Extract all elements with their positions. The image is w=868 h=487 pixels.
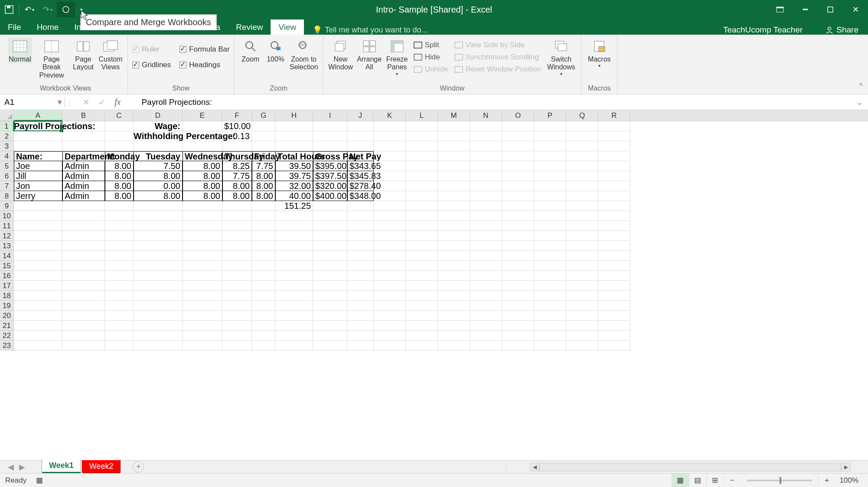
row-header[interactable]: 10 bbox=[0, 211, 14, 221]
zoom-slider[interactable] bbox=[747, 480, 812, 481]
cell[interactable] bbox=[62, 301, 105, 311]
cell[interactable] bbox=[347, 331, 374, 341]
cell[interactable] bbox=[406, 231, 438, 241]
cell[interactable] bbox=[105, 341, 134, 351]
cell[interactable] bbox=[438, 281, 470, 291]
column-header[interactable]: Q bbox=[566, 110, 598, 121]
spreadsheet-grid[interactable]: ABCDEFGHIJKLMNOPQR 1Payroll Projections:… bbox=[0, 110, 868, 351]
cell[interactable] bbox=[134, 281, 183, 291]
cell[interactable] bbox=[598, 321, 630, 331]
cell[interactable] bbox=[252, 131, 275, 141]
cell[interactable] bbox=[438, 341, 470, 351]
cell[interactable]: 0.00 bbox=[134, 181, 183, 191]
cell[interactable] bbox=[14, 281, 62, 291]
cell[interactable] bbox=[566, 171, 598, 181]
cell[interactable] bbox=[275, 291, 313, 301]
cell[interactable] bbox=[252, 281, 275, 291]
cell[interactable] bbox=[105, 251, 134, 261]
cell[interactable] bbox=[105, 141, 134, 151]
cell[interactable] bbox=[502, 151, 534, 161]
cell[interactable] bbox=[14, 221, 62, 231]
cell[interactable] bbox=[313, 251, 347, 261]
row-header[interactable]: 12 bbox=[0, 231, 14, 241]
row-header[interactable]: 22 bbox=[0, 331, 14, 341]
cell[interactable] bbox=[222, 281, 252, 291]
cell[interactable] bbox=[374, 141, 406, 151]
cell[interactable] bbox=[502, 271, 534, 281]
cell[interactable] bbox=[14, 141, 62, 151]
cell[interactable] bbox=[534, 231, 566, 241]
cell[interactable] bbox=[470, 151, 502, 161]
close-icon[interactable]: ✕ bbox=[843, 0, 868, 19]
gridlines-checkbox[interactable]: Gridlines bbox=[132, 59, 171, 71]
cell[interactable] bbox=[502, 231, 534, 241]
cell[interactable]: 39.50 bbox=[275, 161, 313, 171]
column-header[interactable]: C bbox=[105, 110, 134, 121]
column-header[interactable]: F bbox=[222, 110, 252, 121]
cell[interactable] bbox=[502, 171, 534, 181]
cell[interactable]: 8.00 bbox=[105, 161, 134, 171]
cell[interactable]: $343.65 bbox=[347, 161, 374, 171]
cell[interactable] bbox=[438, 161, 470, 171]
cell[interactable] bbox=[62, 141, 105, 151]
column-header[interactable]: L bbox=[406, 110, 438, 121]
cell[interactable] bbox=[598, 311, 630, 321]
cell[interactable] bbox=[502, 341, 534, 351]
cell[interactable] bbox=[183, 301, 222, 311]
cell[interactable] bbox=[598, 171, 630, 181]
cell[interactable] bbox=[14, 231, 62, 241]
cell[interactable] bbox=[502, 251, 534, 261]
page-break-view-icon[interactable]: ⊞ bbox=[706, 474, 724, 487]
row-header[interactable]: 1 bbox=[0, 121, 14, 131]
zoom-button[interactable]: Zoom bbox=[239, 37, 262, 63]
row-header[interactable]: 4 bbox=[0, 151, 14, 161]
formula-bar-checkbox[interactable]: Formula Bar bbox=[179, 43, 230, 55]
cell[interactable]: 151.25 bbox=[275, 201, 313, 211]
cell[interactable] bbox=[252, 201, 275, 211]
cell[interactable] bbox=[534, 281, 566, 291]
cell[interactable] bbox=[534, 241, 566, 251]
cell[interactable] bbox=[62, 211, 105, 221]
cell[interactable] bbox=[406, 341, 438, 351]
cell[interactable] bbox=[183, 261, 222, 271]
cell[interactable] bbox=[14, 341, 62, 351]
row-header[interactable]: 18 bbox=[0, 291, 14, 301]
cell[interactable] bbox=[438, 251, 470, 261]
cell[interactable] bbox=[14, 201, 62, 211]
expand-formula-bar-icon[interactable]: ⌄ bbox=[856, 97, 868, 107]
cell[interactable] bbox=[566, 331, 598, 341]
cell[interactable] bbox=[183, 311, 222, 321]
cell[interactable] bbox=[598, 191, 630, 201]
row-header[interactable]: 3 bbox=[0, 141, 14, 151]
cell[interactable] bbox=[252, 261, 275, 271]
cell[interactable] bbox=[406, 141, 438, 151]
cell[interactable]: Admin bbox=[62, 171, 105, 181]
sheet-nav-prev-icon[interactable]: ◀ bbox=[8, 462, 14, 472]
cell[interactable]: 8.00 bbox=[183, 191, 222, 201]
cell[interactable] bbox=[438, 221, 470, 231]
cell[interactable] bbox=[406, 131, 438, 141]
cell[interactable] bbox=[62, 241, 105, 251]
column-header[interactable]: R bbox=[598, 110, 630, 121]
cell[interactable] bbox=[347, 321, 374, 331]
cell[interactable] bbox=[134, 341, 183, 351]
cell[interactable] bbox=[406, 281, 438, 291]
cell[interactable] bbox=[62, 121, 105, 131]
cell[interactable] bbox=[566, 161, 598, 171]
cell[interactable] bbox=[470, 331, 502, 341]
split-button[interactable]: Split bbox=[412, 40, 450, 50]
cell[interactable] bbox=[598, 181, 630, 191]
cell[interactable] bbox=[470, 281, 502, 291]
unhide-button[interactable]: Unhide bbox=[412, 64, 450, 75]
cell[interactable] bbox=[438, 181, 470, 191]
cell[interactable] bbox=[313, 201, 347, 211]
cell[interactable] bbox=[183, 131, 222, 141]
row-header[interactable]: 16 bbox=[0, 271, 14, 281]
cell[interactable] bbox=[134, 331, 183, 341]
cell[interactable] bbox=[470, 141, 502, 151]
cell[interactable] bbox=[105, 301, 134, 311]
cell[interactable] bbox=[406, 271, 438, 281]
cell[interactable] bbox=[470, 211, 502, 221]
cell[interactable] bbox=[470, 341, 502, 351]
cell[interactable] bbox=[275, 331, 313, 341]
